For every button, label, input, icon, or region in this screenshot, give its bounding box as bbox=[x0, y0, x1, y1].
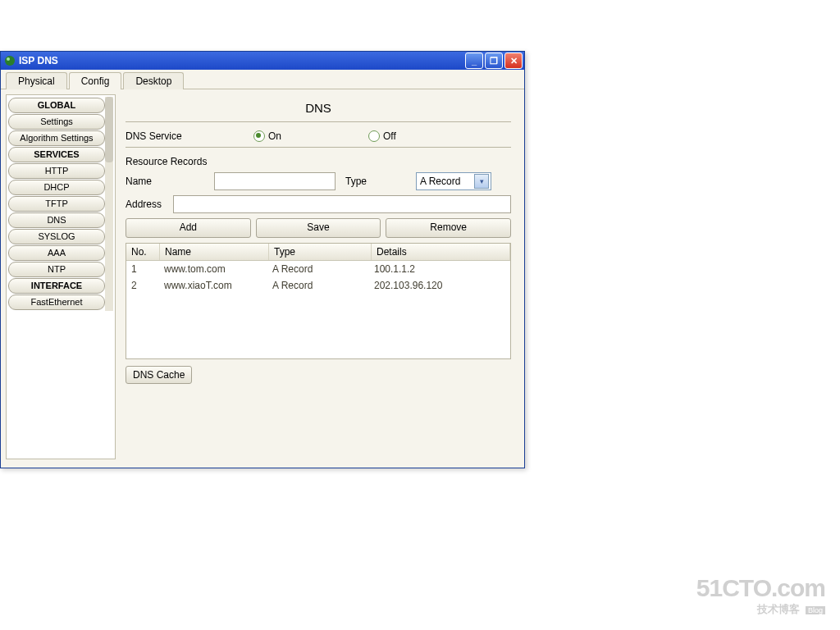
sidebar-item-syslog[interactable]: SYSLOG bbox=[8, 229, 105, 244]
content-area: GLOBAL Settings Algorithm Settings SERVI… bbox=[1, 89, 524, 464]
sidebar-item-aaa[interactable]: AAA bbox=[8, 245, 105, 261]
maximize-button[interactable]: ❐ bbox=[485, 52, 503, 69]
type-label: Type bbox=[345, 176, 367, 187]
window-title: ISP DNS bbox=[19, 55, 58, 66]
chevron-down-icon: ▾ bbox=[474, 174, 489, 189]
name-input[interactable] bbox=[214, 172, 336, 190]
records-table: No. Name Type Details 1www.tom.comA Reco… bbox=[126, 243, 511, 359]
type-select[interactable]: A Record ▾ bbox=[416, 172, 491, 190]
page-title: DNS bbox=[126, 101, 511, 115]
cell-no: 2 bbox=[126, 279, 159, 292]
radio-off-icon bbox=[368, 130, 380, 142]
cell-name: www.tom.com bbox=[159, 262, 267, 276]
cell-type: A Record bbox=[267, 279, 369, 292]
radio-on-icon bbox=[253, 130, 265, 142]
table-row[interactable]: 1www.tom.comA Record100.1.1.2 bbox=[126, 261, 510, 277]
sidebar-item-tftp[interactable]: TFTP bbox=[8, 196, 105, 212]
app-window: ISP DNS _ ❐ ✕ Physical Config Desktop GL… bbox=[0, 51, 525, 468]
address-input[interactable] bbox=[173, 195, 511, 213]
dns-cache-button[interactable]: DNS Cache bbox=[126, 366, 192, 384]
svg-point-1 bbox=[7, 57, 10, 61]
col-no[interactable]: No. bbox=[126, 244, 160, 260]
cell-details: 202.103.96.120 bbox=[369, 279, 510, 292]
cell-type: A Record bbox=[267, 262, 369, 276]
minimize-button[interactable]: _ bbox=[465, 52, 483, 69]
sidebar-head-global: GLOBAL bbox=[8, 98, 105, 113]
sidebar-item-ntp[interactable]: NTP bbox=[8, 262, 105, 277]
sidebar: GLOBAL Settings Algorithm Settings SERVI… bbox=[6, 94, 116, 459]
address-label: Address bbox=[126, 199, 167, 210]
col-name[interactable]: Name bbox=[160, 244, 269, 260]
main-panel: DNS DNS Service On Off Resource Records … bbox=[122, 94, 519, 459]
sidebar-item-dns[interactable]: DNS bbox=[8, 212, 105, 228]
titlebar: ISP DNS _ ❐ ✕ bbox=[1, 52, 524, 70]
tab-desktop[interactable]: Desktop bbox=[123, 72, 184, 89]
dns-service-on-radio[interactable]: On bbox=[253, 130, 281, 142]
cell-no: 1 bbox=[126, 262, 159, 276]
tab-physical[interactable]: Physical bbox=[6, 72, 67, 89]
watermark: 51CTO.com 技术博客 Blog bbox=[696, 574, 825, 617]
cell-name: www.xiaoT.com bbox=[159, 279, 267, 292]
sidebar-item-algorithm-settings[interactable]: Algorithm Settings bbox=[8, 130, 105, 146]
col-details[interactable]: Details bbox=[372, 244, 510, 260]
tab-config[interactable]: Config bbox=[69, 72, 122, 89]
sidebar-item-settings[interactable]: Settings bbox=[8, 114, 105, 130]
sidebar-item-fastethernet[interactable]: FastEthernet bbox=[8, 294, 105, 310]
dns-service-off-radio[interactable]: Off bbox=[368, 130, 396, 142]
app-icon bbox=[4, 55, 16, 66]
tab-bar: Physical Config Desktop bbox=[1, 70, 524, 89]
name-label: Name bbox=[126, 176, 158, 187]
close-button[interactable]: ✕ bbox=[504, 52, 523, 69]
sidebar-item-dhcp[interactable]: DHCP bbox=[8, 180, 105, 195]
save-button[interactable]: Save bbox=[256, 218, 381, 238]
add-button[interactable]: Add bbox=[126, 218, 251, 238]
sidebar-scrollbar[interactable] bbox=[105, 97, 113, 311]
sidebar-head-interface: INTERFACE bbox=[8, 278, 105, 294]
sidebar-item-http[interactable]: HTTP bbox=[8, 163, 105, 179]
sidebar-head-services: SERVICES bbox=[8, 147, 105, 162]
remove-button[interactable]: Remove bbox=[386, 218, 511, 238]
resource-records-label: Resource Records bbox=[126, 156, 511, 167]
dns-service-label: DNS Service bbox=[126, 130, 199, 142]
cell-details: 100.1.1.2 bbox=[369, 262, 510, 276]
svg-point-0 bbox=[5, 56, 15, 66]
col-type[interactable]: Type bbox=[269, 244, 372, 260]
table-row[interactable]: 2www.xiaoT.comA Record202.103.96.120 bbox=[126, 277, 510, 294]
